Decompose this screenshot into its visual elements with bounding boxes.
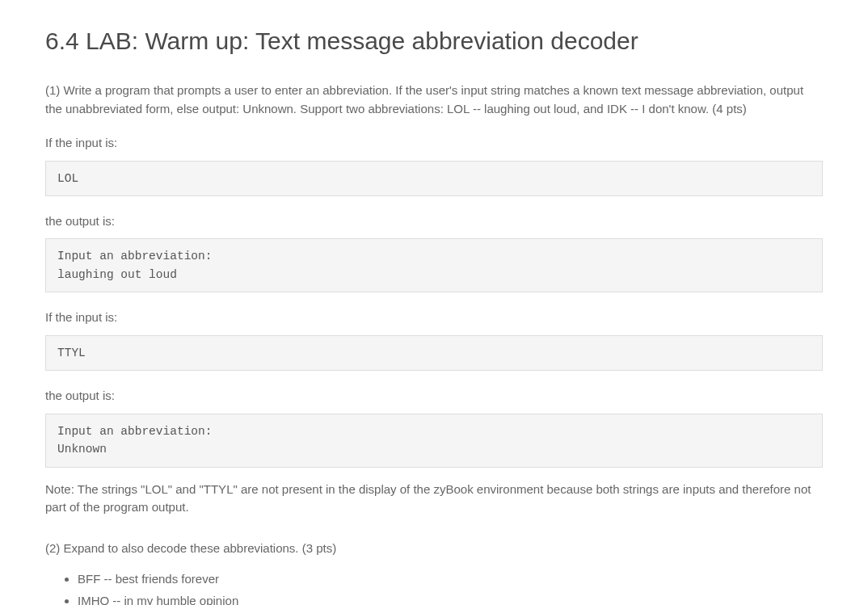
note-paragraph: Note: The strings "LOL" and "TTYL" are n… — [45, 481, 823, 517]
abbreviation-list: BFF -- best friends forever IMHO -- in m… — [78, 570, 823, 605]
input-label-1: If the input is: — [45, 134, 823, 153]
output-label-2: the output is: — [45, 387, 823, 405]
output-label-1: the output is: — [45, 212, 823, 231]
list-item: IMHO -- in my humble opinion — [78, 592, 823, 605]
code-block-output-2: Input an abbreviation: Unknown — [45, 414, 823, 468]
list-item: BFF -- best friends forever — [78, 570, 823, 589]
code-block-input-2: TTYL — [45, 335, 823, 371]
code-block-input-1: LOL — [45, 161, 823, 196]
intro-paragraph: (1) Write a program that prompts a user … — [45, 82, 823, 118]
code-block-output-1: Input an abbreviation: laughing out loud — [45, 238, 823, 292]
part2-intro: (2) Expand to also decode these abbrevia… — [45, 540, 823, 558]
page-title: 6.4 LAB: Warm up: Text message abbreviat… — [45, 23, 823, 59]
input-label-2: If the input is: — [45, 309, 823, 327]
